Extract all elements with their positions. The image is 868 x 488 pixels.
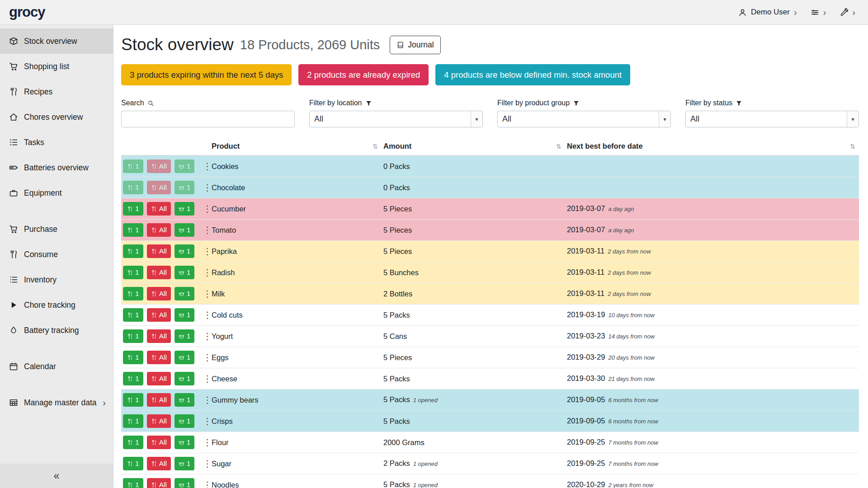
consume-all-button[interactable]: All: [147, 202, 171, 216]
sort-icon[interactable]: ⇅: [850, 143, 855, 150]
sidebar-item-equipment[interactable]: Equipment: [0, 180, 113, 206]
consume-all-button[interactable]: All: [147, 414, 171, 428]
date-value: 2019-03-23: [567, 332, 605, 340]
sidebar-item-stock-overview[interactable]: Stock overview: [0, 28, 113, 54]
column-header-product[interactable]: Product⇅: [210, 139, 382, 155]
consume-one-button[interactable]: 1: [123, 457, 143, 470]
best-before-cell: [565, 177, 859, 198]
settings-menu[interactable]: ›: [811, 8, 826, 17]
column-header-next-best-before-date[interactable]: Next best before date⇅: [565, 139, 859, 155]
open-one-button[interactable]: 1: [175, 329, 195, 343]
open-one-button[interactable]: 1: [175, 393, 195, 407]
open-one-button[interactable]: 1: [175, 372, 195, 385]
amount-cell: 0 Packs: [382, 177, 565, 198]
open-one-button[interactable]: 1: [175, 266, 195, 279]
consume-all-button[interactable]: All: [147, 393, 171, 407]
filter-by-location-select[interactable]: All▾: [309, 111, 483, 127]
sort-icon[interactable]: ⇅: [373, 143, 378, 150]
consume-one-button[interactable]: 1: [123, 223, 143, 237]
date-note: 14 days from now: [608, 333, 655, 340]
sort-icon[interactable]: ⇅: [556, 143, 561, 150]
utensils-icon: [127, 164, 133, 169]
app-logo[interactable]: grocy: [9, 4, 45, 20]
consume-all-button[interactable]: All: [147, 329, 171, 343]
open-one-button[interactable]: 1: [175, 351, 195, 364]
sidebar-item-manage-master-data[interactable]: Manage master data›: [0, 390, 113, 415]
product-cell: Cucumber: [210, 198, 382, 220]
consume-all-button[interactable]: All: [147, 351, 171, 364]
sidebar-item-chores-overview[interactable]: Chores overview: [0, 104, 113, 130]
sidebar-item-purchase[interactable]: Purchase: [0, 216, 113, 242]
wrench-icon: [840, 8, 848, 17]
topbar-menus: Demo User › › ›: [738, 8, 855, 17]
amount-cell: 5 Bunches: [382, 262, 565, 283]
sidebar-item-tasks[interactable]: Tasks: [0, 130, 113, 155]
consume-all-button[interactable]: All: [147, 457, 171, 470]
consume-one-button[interactable]: 1: [123, 393, 143, 407]
open-one-button[interactable]: 1: [175, 287, 195, 300]
amount-value: 2 Bottles: [383, 290, 412, 298]
open-one-button[interactable]: 1: [175, 436, 195, 449]
open-one-button[interactable]: 1: [175, 244, 195, 258]
consume-all-button[interactable]: All: [147, 372, 171, 385]
journal-button[interactable]: Journal: [390, 36, 440, 54]
admin-menu[interactable]: ›: [840, 8, 855, 17]
consume-one-button[interactable]: 1: [123, 414, 143, 428]
utensils-icon: [151, 312, 157, 318]
chevron-right-icon: ›: [103, 398, 106, 408]
consume-one-button[interactable]: 1: [123, 351, 143, 364]
sidebar-item-shopping-list[interactable]: Shopping list: [0, 54, 113, 79]
sidebar-item-recipes[interactable]: Recipes: [0, 79, 113, 104]
filter-by-product-group-select[interactable]: All▾: [497, 111, 671, 127]
product-cell: Cold cuts: [210, 305, 382, 326]
consume-one-button[interactable]: 1: [123, 244, 143, 258]
consume-all-button[interactable]: All: [147, 436, 171, 449]
search-input[interactable]: [121, 111, 295, 127]
product-cell: Milk: [210, 283, 382, 305]
open-one-button[interactable]: 1: [175, 223, 195, 237]
sidebar-item-calendar[interactable]: Calendar: [0, 354, 113, 379]
consume-one-button: 1: [123, 160, 143, 173]
sidebar-item-label: Manage master data: [24, 398, 97, 408]
consume-all-button[interactable]: All: [147, 478, 171, 488]
consume-one-button[interactable]: 1: [123, 478, 143, 488]
date-note: a day ago: [608, 227, 634, 234]
sidebar-item-battery-tracking[interactable]: Battery tracking: [0, 318, 113, 343]
sidebar-collapse-button[interactable]: «: [0, 464, 113, 488]
consume-all-button[interactable]: All: [147, 244, 171, 258]
sidebar-item-consume[interactable]: Consume: [0, 242, 113, 267]
column-header-amount[interactable]: Amount⇅: [382, 139, 565, 155]
open-one-button[interactable]: 1: [175, 414, 195, 428]
filter-by-status-select[interactable]: All▾: [685, 111, 859, 127]
alert-pill-expiring[interactable]: 3 products expiring within the next 5 da…: [121, 64, 292, 85]
alert-pill-below-min-stock[interactable]: 4 products are below defined min. stock …: [435, 64, 630, 85]
product-cell: Gummy bears: [210, 389, 382, 411]
date-value: 2019-03-29: [567, 353, 605, 361]
open-one-button[interactable]: 1: [175, 478, 195, 488]
utensils-icon: [151, 333, 157, 339]
consume-all-button[interactable]: All: [147, 308, 171, 322]
open-one-button[interactable]: 1: [175, 308, 195, 322]
consume-one-button[interactable]: 1: [123, 372, 143, 385]
openbox-icon: [179, 482, 184, 488]
consume-all-button[interactable]: All: [147, 266, 171, 279]
consume-one-button[interactable]: 1: [123, 436, 143, 449]
open-one-button[interactable]: 1: [175, 202, 195, 216]
user-menu[interactable]: Demo User ›: [738, 8, 797, 17]
dropdown-arrow-icon: ▾: [471, 111, 482, 127]
consume-one-button[interactable]: 1: [123, 266, 143, 279]
consume-one-button[interactable]: 1: [123, 308, 143, 322]
consume-all-button[interactable]: All: [147, 287, 171, 300]
consume-all-button[interactable]: All: [147, 223, 171, 237]
sidebar-item-batteries-overview[interactable]: Batteries overview: [0, 155, 113, 180]
consume-one-button[interactable]: 1: [123, 287, 143, 300]
utensils-icon: [9, 87, 18, 96]
sidebar-item-inventory[interactable]: Inventory: [0, 267, 113, 292]
consume-one-button[interactable]: 1: [123, 329, 143, 343]
open-one-button[interactable]: 1: [175, 457, 195, 470]
sidebar-item-chore-tracking[interactable]: Chore tracking: [0, 292, 113, 318]
openbox-icon: [179, 291, 184, 297]
table-row: 1All1⋮Cheese5 Packs2019-03-3021 days fro…: [121, 368, 859, 389]
consume-one-button[interactable]: 1: [123, 202, 143, 216]
alert-pill-expired[interactable]: 2 products are already expired: [298, 64, 429, 85]
